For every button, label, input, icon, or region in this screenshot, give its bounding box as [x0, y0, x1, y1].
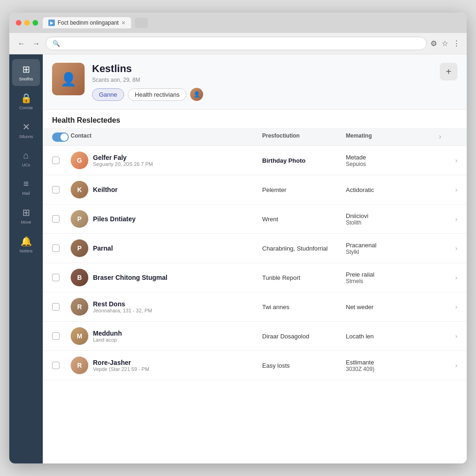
presfoctiution-value-1: Birthday Photo	[262, 157, 346, 164]
tab-area: ▶ Foct bedinm onlingapant ✕	[43, 17, 460, 28]
tab-close-icon[interactable]: ✕	[121, 20, 126, 26]
presfoctiution-cell-2: Pelemter	[262, 186, 346, 193]
contact-icon: 🔒	[20, 93, 32, 104]
ucs-icon: ⌂	[23, 150, 29, 161]
contact-avatar-7: M	[71, 327, 88, 345]
header-toggle[interactable]	[52, 132, 69, 142]
profile-name: Kestlins	[92, 63, 432, 75]
sidebar-item-streams[interactable]: ✕ Stlunns	[12, 117, 40, 144]
row-checkbox-cell	[52, 245, 71, 252]
memating-cell-3: Dniiciovi Stolith	[346, 212, 439, 226]
presfoctiution-cell-4: Charabriing, Studnforrial	[262, 245, 346, 252]
table-row[interactable]: P Piles Dntiatey Wrent Dniiciovi Stolith…	[43, 205, 467, 234]
row-checkbox-8[interactable]	[52, 362, 60, 369]
row-checkbox-cell	[52, 362, 71, 369]
table-row[interactable]: B Braser Chitong Stugmal Tunble Report P…	[43, 263, 467, 292]
sidebar-item-mail[interactable]: ≡ Mail	[12, 174, 40, 200]
contact-cell-7: M Meddunh Land acop	[71, 327, 262, 345]
close-button[interactable]	[16, 20, 21, 26]
row-chevron-4[interactable]: ›	[439, 245, 457, 252]
tab-avatar[interactable]: 👤	[190, 88, 203, 101]
table-header: Contact Presfoctiution Memating ›	[43, 128, 467, 146]
table-row[interactable]: G Gelfer Faly Seguarty 20, 20S 26 7 PM B…	[43, 146, 467, 175]
memating-value-3: Dniiciovi	[346, 212, 439, 219]
memating-cell-7: Locath len	[346, 333, 439, 340]
row-checkbox-4[interactable]	[52, 245, 60, 252]
forward-button[interactable]: →	[31, 38, 42, 50]
row-chevron-1[interactable]: ›	[439, 157, 457, 164]
sidebar-label-move: Move	[21, 220, 31, 225]
row-chevron-5[interactable]: ›	[439, 274, 457, 281]
profile-header: 👤 Kestlins Scants aon, 29, 8M Ganne Heal…	[43, 54, 467, 110]
contact-cell-3: P Piles Dntiatey	[71, 210, 262, 228]
tab-game[interactable]: Ganne	[92, 88, 124, 101]
maximize-button[interactable]	[33, 20, 38, 26]
sidebar-item-move[interactable]: ⊞ Move	[12, 202, 40, 229]
notitns-icon: 🔔	[20, 236, 32, 247]
new-tab-button[interactable]	[135, 18, 148, 28]
memating-value-8: Estlimante	[346, 359, 439, 366]
table-row[interactable]: P Parnal Charabriing, Studnforrial Praca…	[43, 234, 467, 263]
sidebar-label-streams: Stlunns	[19, 134, 33, 139]
row-checkbox-cell	[52, 303, 71, 311]
sidebar-item-contact[interactable]: 🔒 Connte	[12, 88, 40, 115]
search-input[interactable]: Seotryode	[63, 40, 420, 47]
row-checkbox-7[interactable]	[52, 332, 60, 340]
sidebar-label-ucs: UCs	[22, 163, 30, 167]
tab-health[interactable]: Health rectivians	[128, 88, 186, 101]
sidebar-item-notitns[interactable]: 🔔 Notitns	[12, 231, 40, 258]
contact-name-7: Meddunh	[93, 330, 122, 337]
row-checkbox-6[interactable]	[52, 303, 60, 311]
active-tab[interactable]: ▶ Foct bedinm onlingapant ✕	[43, 17, 131, 28]
table-row[interactable]: K Keilthor Pelemter Actidoratic ›	[43, 175, 467, 205]
contact-name-3: Piles Dntiatey	[93, 215, 136, 223]
row-checkbox-2[interactable]	[52, 186, 60, 193]
row-checkbox-3[interactable]	[52, 215, 60, 223]
profile-avatar: 👤	[52, 63, 85, 95]
memating-secondary-3: Stolith	[346, 219, 439, 226]
settings-icon[interactable]: ⚙	[430, 39, 437, 48]
star-icon[interactable]: ☆	[442, 39, 448, 48]
presfoctiution-cell-7: Diraar Dosagolod	[262, 333, 346, 340]
row-checkbox-1[interactable]	[52, 157, 60, 164]
menu-icon[interactable]: ⋮	[453, 39, 460, 48]
presfoctiution-cell-8: Easy losts	[262, 362, 346, 369]
memating-value-2: Actidoratic	[346, 186, 439, 193]
table-row[interactable]: M Meddunh Land acop Diraar Dosagolod Loc…	[43, 322, 467, 351]
memating-cell-4: Pracanenal Stylkl	[346, 242, 439, 255]
profile-avatar-img: 👤	[52, 63, 85, 95]
contact-sub-6: Jeonnahara, 131 - 32, PM	[93, 308, 152, 313]
contact-name-6: Rest Dons	[93, 300, 152, 308]
memating-cell-5: Preie raiial Strnels	[346, 271, 439, 284]
nav-icons: ⚙ ☆ ⋮	[430, 39, 460, 48]
contact-sub-1: Seguarty 20, 20S 26 7 PM	[93, 161, 153, 167]
contact-cell-1: G Gelfer Faly Seguarty 20, 20S 26 7 PM	[71, 152, 262, 169]
row-chevron-8[interactable]: ›	[439, 362, 457, 369]
col-contact: Contact	[71, 132, 262, 142]
table-row[interactable]: R Rore-Jasher Vepde (Star 221 59 - PM Ea…	[43, 351, 467, 380]
contact-sub-7: Land acop	[93, 337, 122, 343]
search-bar[interactable]: 🔍 Seotryode	[46, 37, 427, 50]
header-chevron-icon: ›	[439, 132, 441, 140]
row-chevron-6[interactable]: ›	[439, 303, 457, 311]
main-content: 👤 Kestlins Scants aon, 29, 8M Ganne Heal…	[43, 54, 467, 463]
presfoctiution-value-8: Easy losts	[262, 362, 346, 369]
nav-bar: ← → 🔍 Seotryode ⚙ ☆ ⋮	[9, 33, 467, 54]
add-button[interactable]: +	[440, 63, 457, 80]
sidebar-item-profiles[interactable]: ⊞ Snoifns	[12, 59, 40, 86]
table-body: G Gelfer Faly Seguarty 20, 20S 26 7 PM B…	[43, 146, 467, 463]
row-checkbox-cell	[52, 186, 71, 193]
table-row[interactable]: R Rest Dons Jeonnahara, 131 - 32, PM Twi…	[43, 292, 467, 322]
tab-favicon: ▶	[48, 20, 55, 26]
row-checkbox-5[interactable]	[52, 274, 60, 281]
row-checkbox-cell	[52, 332, 71, 340]
row-chevron-3[interactable]: ›	[439, 215, 457, 223]
memating-cell-8: Estlimante 3030Z 409)	[346, 359, 439, 372]
sidebar-item-ucs[interactable]: ⌂ UCs	[12, 145, 40, 172]
minimize-button[interactable]	[24, 20, 30, 26]
row-chevron-7[interactable]: ›	[439, 332, 457, 340]
back-button[interactable]: ←	[16, 38, 27, 50]
contact-avatar-1: G	[71, 152, 88, 169]
row-chevron-2[interactable]: ›	[439, 186, 457, 193]
row-checkbox-cell	[52, 215, 71, 223]
